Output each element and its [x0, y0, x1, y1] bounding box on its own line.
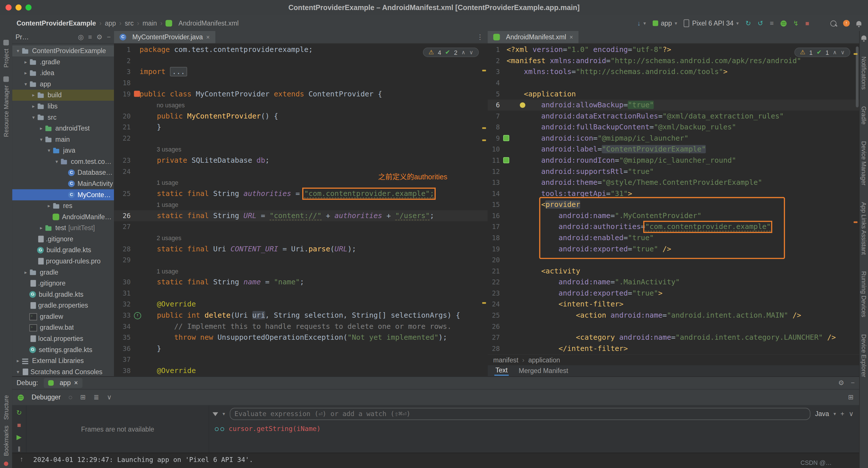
tree-item[interactable]: ▾app [12, 79, 114, 90]
layout-settings-icon[interactable] [848, 394, 854, 401]
code-line[interactable]: 3 xmlns:tools="http://schemas.android.co… [488, 66, 859, 77]
code-line[interactable]: 7 android:dataExtractionRules="@xml/data… [488, 111, 859, 122]
stripe-item-app-links-assistant[interactable]: App Links Assistant [861, 202, 867, 255]
tab-mycontentprovider-java[interactable]: C MyContentProvider.java × [114, 31, 215, 43]
code-line[interactable]: 26 static final String URL = "content://… [114, 210, 488, 221]
usages-inlay-hint[interactable]: no usages [114, 100, 488, 111]
code-line[interactable]: 27 [114, 221, 488, 232]
code-line[interactable]: 23 android:exported="true"> [488, 288, 859, 299]
tab-options-icon[interactable] [476, 33, 488, 41]
tree-item[interactable]: gradle.properties [12, 300, 114, 311]
code-line[interactable]: 8 android:fullBackupContent="@xml/backup… [488, 122, 859, 133]
usages-inlay-hint[interactable]: 1 usage [114, 266, 488, 277]
tree-item[interactable]: ▸res [12, 200, 114, 212]
code-line[interactable]: 24 <intent-filter> [488, 299, 859, 310]
stop-icon[interactable] [805, 19, 809, 27]
code-line[interactable]: 20 public MyContentProvider() { [114, 111, 488, 122]
code-line[interactable]: 16 android:name=".MyContentProvider" [488, 210, 859, 221]
vcs-update-widget[interactable]: ▾ [637, 19, 646, 27]
tree-item[interactable]: CMyContentProvider [12, 189, 114, 200]
tree-chevron-icon[interactable]: ▸ [30, 103, 37, 109]
hide-panel-icon[interactable] [107, 33, 111, 41]
tree-chevron-icon[interactable]: ▾ [14, 48, 22, 54]
code-line[interactable]: 5 <application [488, 89, 859, 100]
profiler-icon[interactable] [770, 19, 774, 27]
resume-icon[interactable] [17, 433, 22, 441]
tree-item[interactable]: .gitignore [12, 233, 114, 245]
tree-item[interactable]: ▾main [12, 134, 114, 145]
tab-merged-manifest[interactable]: Merged Manifest [519, 367, 568, 375]
stripe-item-running-devices[interactable]: Running Devices [861, 272, 867, 317]
language-selector[interactable]: Java [815, 410, 829, 418]
tree-item[interactable]: ▸.gradle [12, 57, 114, 68]
breadcrumb-manifest[interactable]: manifest [493, 356, 518, 364]
breadcrumb-item[interactable]: AndroidManifest.xml [179, 19, 239, 27]
collapse-all-icon[interactable] [88, 33, 92, 41]
tree-item[interactable]: ▾Scratches and Consoles [12, 367, 114, 376]
tree-chevron-icon[interactable]: ▸ [22, 270, 29, 275]
project-view-selector[interactable]: Project [16, 33, 29, 41]
tree-item[interactable]: ▸test[unitTest] [12, 222, 114, 233]
mute-breakpoints-icon[interactable] [69, 394, 73, 401]
tree-chevron-icon[interactable]: ▾ [14, 369, 22, 374]
tree-item[interactable]: gradlew.bat [12, 322, 114, 333]
vcs-update-icon[interactable] [637, 19, 641, 27]
code-line[interactable]: 23 private SQLiteDatabase db; [114, 155, 488, 166]
settings-icon[interactable] [96, 33, 102, 41]
tree-item[interactable]: ▾com.test.contentproviderexample [12, 156, 114, 167]
breadcrumb-item[interactable]: src [125, 19, 134, 27]
device-select[interactable]: Pixel 6 API 34 ▾ [684, 19, 739, 27]
scroll-to-end-icon[interactable] [107, 394, 112, 401]
rerun-icon[interactable] [17, 409, 22, 417]
hide-panel-icon[interactable] [851, 379, 855, 387]
code-line[interactable]: 4 [488, 77, 859, 89]
code-line[interactable]: 27 <category android:name="android.inten… [488, 332, 859, 343]
xml-breadcrumb[interactable]: manifest › application [488, 354, 859, 366]
restore-layout-icon[interactable] [80, 394, 86, 401]
tree-chevron-icon[interactable]: ▸ [38, 225, 45, 231]
pause-icon[interactable] [18, 445, 21, 453]
tree-item[interactable]: ▾ContentProviderExample [12, 45, 114, 57]
tree-chevron-icon[interactable]: ▸ [38, 126, 45, 131]
chevron-down-icon[interactable]: ▾ [834, 411, 836, 417]
tree-item[interactable]: Gsettings.gradle.kts [12, 344, 114, 355]
tree-item[interactable]: ▸.idea [12, 67, 114, 79]
tree-item[interactable]: AndroidManifest.xml [12, 212, 114, 223]
tree-chevron-icon[interactable]: ▸ [30, 92, 37, 98]
code-line[interactable]: 20 [488, 254, 859, 266]
tree-item[interactable]: Gbuild.gradle.kts [12, 289, 114, 300]
tree-item[interactable]: ▸gradle [12, 267, 114, 278]
code-line[interactable]: 10 android:label="ContentProviderExample… [488, 144, 859, 155]
code-line[interactable]: 35 throw new UnsupportedOperationExcepti… [114, 332, 488, 343]
tree-chevron-icon[interactable]: ▸ [22, 70, 29, 76]
stripe-item-gradle[interactable]: Gradle [861, 106, 867, 125]
inspections-widget-center[interactable]: ⚠4 ✔2 ∧ ∨ [423, 48, 479, 57]
code-line[interactable]: 31 [114, 288, 488, 299]
tree-item[interactable]: CMainActivity [12, 178, 114, 189]
code-line[interactable]: 9 android:icon="@mipmap/ic_launcher" [488, 133, 859, 144]
stripe-item-device-explorer[interactable]: Device Explorer [861, 334, 867, 377]
add-watch-icon[interactable] [840, 410, 844, 418]
code-line[interactable]: 21 <activity [488, 266, 859, 277]
tree-chevron-icon[interactable]: ▸ [14, 358, 22, 364]
code-line[interactable]: 38 @Override [114, 365, 488, 376]
code-line[interactable]: 13 android:theme="@style/Theme.ContentPr… [488, 177, 859, 188]
code-line[interactable]: 22 [114, 133, 488, 144]
stop-icon[interactable] [17, 421, 21, 429]
code-line[interactable]: 25 static final String authorities = "co… [114, 188, 488, 199]
code-line[interactable]: 11 android:roundIcon="@mipmap/ic_launche… [488, 155, 859, 166]
code-line[interactable]: 33 public int delete(Uri uri, String sel… [114, 310, 488, 321]
debug-icon[interactable] [780, 20, 786, 26]
code-line[interactable]: 30 static final String name = "name"; [114, 277, 488, 288]
pin-tab-icon[interactable] [94, 394, 99, 401]
close-tab-icon[interactable]: × [74, 379, 78, 387]
settings-gear-icon[interactable] [838, 379, 844, 387]
filter-funnel-icon[interactable] [213, 412, 218, 416]
expand-icon[interactable] [849, 410, 854, 418]
tree-item[interactable]: .gitignore [12, 278, 114, 289]
stripe-item-structure[interactable]: Structure [3, 396, 9, 420]
usages-inlay-hint[interactable]: 1 usage [114, 199, 488, 210]
next-problem-icon[interactable]: ∨ [469, 49, 473, 55]
code-line[interactable]: 37 [114, 354, 488, 365]
tree-item[interactable]: ▸build [12, 90, 114, 101]
